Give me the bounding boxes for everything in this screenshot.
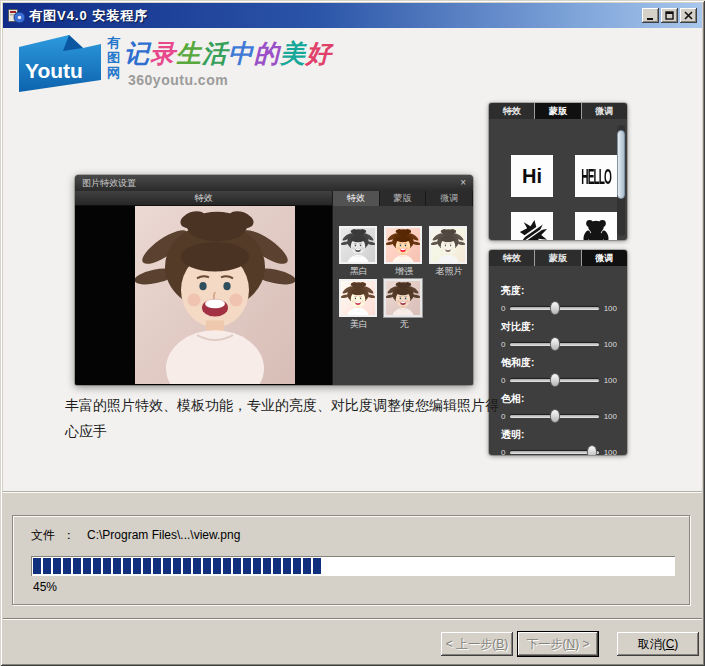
slogan-char: 记 <box>124 39 150 68</box>
effect-thumb-image <box>384 279 422 317</box>
slider-label: 亮度: <box>501 284 617 298</box>
slider-label: 对比度: <box>501 320 617 334</box>
slider-max: 100 <box>604 448 617 456</box>
footer-area: 文件：C:\Program Files\...\view.png 45% < 上… <box>3 491 702 663</box>
slider-row: 对比度:0100 <box>501 320 617 351</box>
slider-max: 100 <box>604 412 617 421</box>
progress-percent: 45% <box>33 580 57 594</box>
effect-thumb-label: 无 <box>384 319 424 329</box>
app-screenshot-preview: 图片特效设置 × 特效 特效蒙版微调 黑白增强老照片美白无 <box>75 175 473 385</box>
slogan-char: 好 <box>306 39 332 68</box>
preview-close-icon: × <box>460 178 466 188</box>
maximize-button[interactable] <box>661 8 678 23</box>
file-label: 文件 <box>31 528 55 542</box>
bear-mask-icon <box>575 212 617 240</box>
tab-蒙版: 蒙版 <box>535 250 580 266</box>
effect-thumb: 无 <box>384 279 424 329</box>
brand-vertical-name: 有图网 <box>107 35 120 80</box>
footer-separator <box>3 618 702 620</box>
effect-thumb: 增强 <box>384 226 424 276</box>
tab-蒙版: 蒙版 <box>380 191 427 206</box>
effect-thumb-image <box>429 226 467 264</box>
tab-蒙版: 蒙版 <box>535 103 580 119</box>
slider-min: 0 <box>501 376 505 385</box>
slider-thumb <box>550 337 560 351</box>
preview-window-titlebar: 图片特效设置 × <box>75 175 473 191</box>
effect-thumb-image <box>339 226 377 264</box>
mask-panel-tabs: 特效蒙版微调 <box>489 103 627 119</box>
back-button[interactable]: < 上一步(B) <box>441 632 513 656</box>
adjust-panel-tabs: 特效蒙版微调 <box>489 250 627 266</box>
slider-row: 透明:0100 <box>501 428 617 455</box>
mask-tile: HELLO <box>575 155 617 197</box>
installer-app-icon <box>8 7 25 24</box>
cancel-button[interactable]: 取消(C) <box>617 632 699 656</box>
brand-vertical-char: 网 <box>107 65 120 80</box>
slider-track <box>510 451 598 454</box>
slider-row: 色相:0100 <box>501 392 617 423</box>
progress-group-box: 文件：C:\Program Files\...\view.png 45% <box>12 515 690 605</box>
close-icon <box>684 11 693 20</box>
installer-window: 有图V4.0 安装程序 Youtu 有图网 记录生活中的美好 360youtu <box>0 0 705 666</box>
mask-text: HELLO <box>581 164 611 188</box>
slider-label: 色相: <box>501 392 617 406</box>
slider-thumb <box>550 301 560 315</box>
brand-vertical-char: 有 <box>107 35 120 50</box>
minimize-button[interactable] <box>642 8 659 23</box>
slogan-char: 的 <box>254 39 280 68</box>
content-area: Youtu 有图网 记录生活中的美好 360youtu.com 图片特效设置 ×… <box>3 28 702 491</box>
youtu-logo: Youtu <box>17 33 103 95</box>
slogan-char: 生 <box>176 39 202 68</box>
preview-photo-canvas <box>75 206 332 385</box>
close-button[interactable] <box>680 8 697 23</box>
file-colon: ： <box>63 528 75 542</box>
brand-domain: 360youtu.com <box>128 72 332 88</box>
effects-grid: 黑白增强老照片美白无 <box>333 206 473 332</box>
slider-max: 100 <box>604 376 617 385</box>
slider-thumb <box>587 445 597 456</box>
slider-row: 饱和度:0100 <box>501 356 617 387</box>
tab-特效: 特效 <box>333 191 380 206</box>
tab-微调: 微调 <box>426 191 473 206</box>
effect-thumb-label: 美白 <box>339 319 379 329</box>
next-button[interactable]: 下一步(N) > <box>518 632 598 656</box>
slider-max: 100 <box>604 304 617 313</box>
feature-description: 丰富的照片特效、模板功能，专业的亮度、对比度调整使您编辑照片得心应手 <box>65 392 503 444</box>
scrollbar-thumb <box>617 130 625 199</box>
progress-bar-fill <box>33 558 321 574</box>
preview-effect-tabs: 特效蒙版微调 <box>333 191 473 206</box>
slider-track <box>510 307 598 310</box>
effect-thumb: 黑白 <box>339 226 379 276</box>
tab-特效: 特效 <box>489 103 534 119</box>
mask-text: Hi <box>522 165 542 188</box>
effect-thumb-label: 黑白 <box>339 266 379 276</box>
adjust-panel: 特效蒙版微调 亮度:0100对比度:0100饱和度:0100色相:0100透明:… <box>489 250 627 455</box>
slider-label: 透明: <box>501 428 617 442</box>
brand-block: Youtu 有图网 记录生活中的美好 360youtu.com <box>17 33 332 99</box>
slider-label: 饱和度: <box>501 356 617 370</box>
title-bar: 有图V4.0 安装程序 <box>3 3 702 28</box>
minimize-icon <box>646 11 655 20</box>
preview-window-title: 图片特效设置 <box>82 177 136 190</box>
sliders: 亮度:0100对比度:0100饱和度:0100色相:0100透明:0100 <box>489 266 627 455</box>
slider-min: 0 <box>501 448 505 456</box>
effect-thumb: 美白 <box>339 279 379 329</box>
effect-thumb-image <box>339 279 377 317</box>
splash-mask-icon <box>511 212 553 240</box>
effect-thumb-label: 增强 <box>384 266 424 276</box>
mask-panel: 特效蒙版微调 HiHELLO <box>489 103 627 240</box>
mask-panel-scrollbar <box>617 125 625 236</box>
slider-thumb <box>550 409 560 423</box>
slogan-char: 中 <box>228 39 254 68</box>
slogan-char: 录 <box>150 39 176 68</box>
tab-微调: 微调 <box>582 250 627 266</box>
slider-track <box>510 415 598 418</box>
brand-slogan: 记录生活中的美好 <box>124 37 332 70</box>
window-title: 有图V4.0 安装程序 <box>29 7 148 25</box>
mask-grid: HiHELLO <box>489 119 627 240</box>
file-line: 文件：C:\Program Files\...\view.png <box>31 527 240 544</box>
effect-thumb-image <box>384 226 422 264</box>
preview-toolbar-title: 特效 <box>75 191 332 206</box>
slider-min: 0 <box>501 340 505 349</box>
slogan-char: 活 <box>202 39 228 68</box>
